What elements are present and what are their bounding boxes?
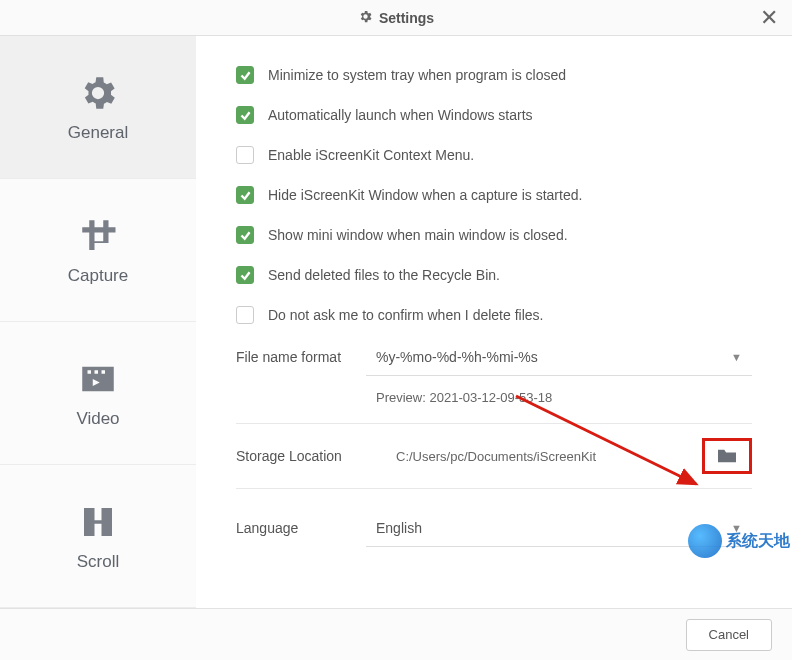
checkbox-label: Do not ask me to confirm when I delete f… — [268, 307, 543, 323]
language-label: Language — [236, 520, 366, 536]
close-icon[interactable]: ✕ — [760, 7, 778, 29]
checkbox-label: Hide iScreenKit Window when a capture is… — [268, 187, 582, 203]
sidebar-item-label: Scroll — [77, 552, 120, 572]
checkbox-mini-window[interactable] — [236, 226, 254, 244]
checkbox-label: Show mini window when main window is clo… — [268, 227, 568, 243]
checkbox-context-menu[interactable] — [236, 146, 254, 164]
checkbox-label: Minimize to system tray when program is … — [268, 67, 566, 83]
chevron-down-icon: ▼ — [731, 351, 742, 363]
window-title: Settings — [358, 9, 434, 27]
sidebar-item-label: Capture — [68, 266, 128, 286]
cancel-button[interactable]: Cancel — [686, 619, 772, 651]
sidebar: General Capture Video Scroll — [0, 36, 196, 608]
filename-preview: Preview: 2021-03-12-09-53-18 — [366, 382, 752, 423]
filename-format-value: %y-%mo-%d-%h-%mi-%s — [376, 349, 538, 365]
sidebar-item-capture[interactable]: Capture — [0, 179, 196, 322]
filename-format-select[interactable]: %y-%mo-%d-%h-%mi-%s ▼ — [366, 338, 752, 376]
crop-icon — [76, 214, 120, 258]
language-value: English — [376, 520, 422, 536]
gear-icon — [76, 71, 120, 115]
sidebar-item-general[interactable]: General — [0, 36, 196, 179]
settings-panel: Minimize to system tray when program is … — [196, 36, 792, 608]
checkbox-hide-window[interactable] — [236, 186, 254, 204]
checkbox-recycle-bin[interactable] — [236, 266, 254, 284]
checkbox-no-confirm[interactable] — [236, 306, 254, 324]
storage-location-label: Storage Location — [236, 448, 366, 464]
sidebar-item-label: Video — [76, 409, 119, 429]
window-title-text: Settings — [379, 10, 434, 26]
checkbox-auto-launch[interactable] — [236, 106, 254, 124]
browse-folder-button[interactable] — [715, 445, 739, 467]
annotation-highlight — [702, 438, 752, 474]
sidebar-item-label: General — [68, 123, 128, 143]
checkbox-label: Automatically launch when Windows starts — [268, 107, 533, 123]
checkbox-minimize-tray[interactable] — [236, 66, 254, 84]
chevron-down-icon: ▼ — [731, 522, 742, 534]
folder-icon — [716, 447, 738, 465]
scroll-icon — [76, 500, 120, 544]
gear-icon — [358, 9, 373, 27]
checkbox-label: Send deleted files to the Recycle Bin. — [268, 267, 500, 283]
sidebar-item-video[interactable]: Video — [0, 322, 196, 465]
language-select[interactable]: English ▼ — [366, 509, 752, 547]
video-icon — [76, 357, 120, 401]
footer: Cancel — [0, 608, 792, 660]
window-header: Settings ✕ — [0, 0, 792, 36]
checkbox-label: Enable iScreenKit Context Menu. — [268, 147, 474, 163]
storage-location-value: C:/Users/pc/Documents/iScreenKit — [366, 449, 694, 464]
sidebar-item-scroll[interactable]: Scroll — [0, 465, 196, 608]
filename-format-label: File name format — [236, 349, 366, 365]
